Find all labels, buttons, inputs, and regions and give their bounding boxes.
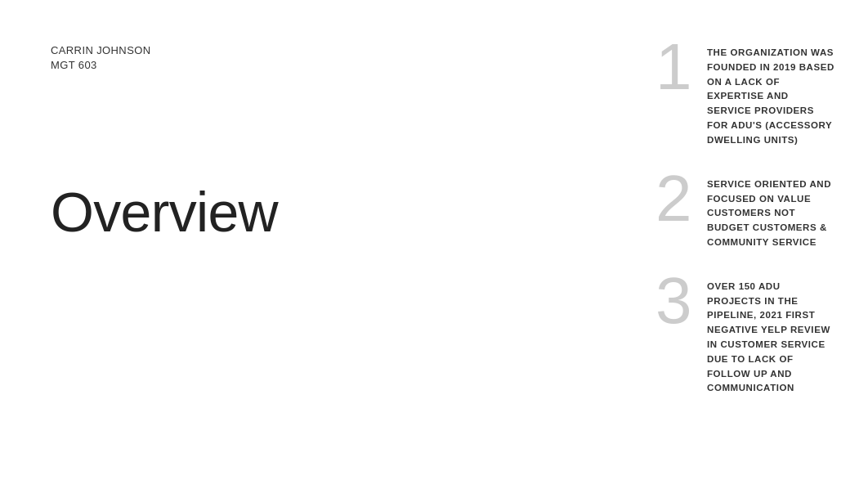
right-panel: 1THE ORGANIZATION WAS FOUNDED IN 2019 BA…	[655, 0, 868, 489]
list-item-2: 2SERVICE ORIENTED AND FOCUSED ON VALUE C…	[655, 174, 835, 250]
item-text-2: SERVICE ORIENTED AND FOCUSED ON VALUE CU…	[707, 174, 835, 250]
author-block: CARRIN JOHNSON MGT 603	[51, 43, 150, 71]
item-text-1: THE ORGANIZATION WAS FOUNDED IN 2019 BAS…	[707, 43, 835, 148]
author-name: CARRIN JOHNSON	[51, 43, 150, 59]
list-item-3: 3OVER 150 ADU PROJECTS IN THE PIPELINE, …	[655, 276, 835, 397]
list-item-1: 1THE ORGANIZATION WAS FOUNDED IN 2019 BA…	[655, 43, 835, 148]
page-title: Overview	[51, 180, 278, 244]
item-number-2: 2	[655, 166, 700, 231]
item-text-3: OVER 150 ADU PROJECTS IN THE PIPELINE, 2…	[707, 276, 835, 397]
course-name: MGT 603	[51, 59, 150, 71]
item-number-3: 3	[655, 268, 700, 334]
item-number-1: 1	[655, 34, 700, 100]
